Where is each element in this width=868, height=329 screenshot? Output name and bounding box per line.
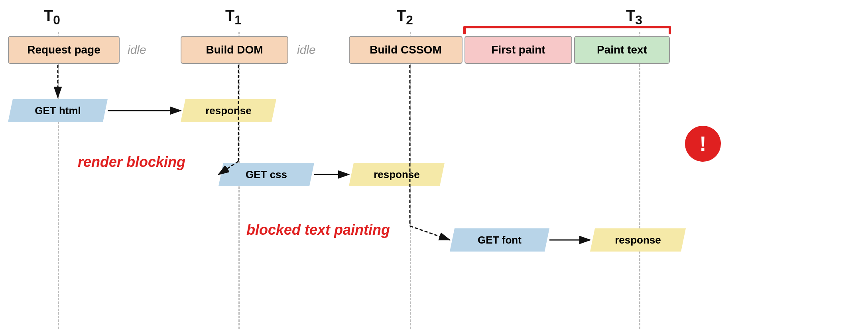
vline-t3 bbox=[639, 32, 640, 329]
response-html-box: response bbox=[181, 99, 276, 122]
time-label-t1: T1 bbox=[225, 7, 242, 28]
get-html-box: GET html bbox=[8, 99, 108, 122]
render-blocking-label: render blocking bbox=[78, 154, 185, 170]
blocked-text-painting-label: blocked text painting bbox=[246, 222, 390, 238]
get-font-box: GET font bbox=[450, 228, 549, 252]
paint-text-box: Paint text bbox=[574, 36, 670, 64]
response-css-box: response bbox=[349, 163, 445, 186]
build-dom-box: Build DOM bbox=[181, 36, 288, 64]
time-label-t0: T0 bbox=[44, 7, 60, 28]
time-label-t2: T2 bbox=[397, 7, 413, 28]
request-page-box: Request page bbox=[8, 36, 120, 64]
time-label-t3: T3 bbox=[626, 7, 642, 28]
idle-label-1: idle bbox=[128, 43, 146, 57]
idle-label-2: idle bbox=[297, 43, 316, 57]
svg-line-8 bbox=[410, 226, 450, 240]
vline-t0 bbox=[58, 32, 59, 329]
response-font-box: response bbox=[590, 228, 686, 252]
error-circle: ! bbox=[685, 126, 721, 162]
build-cssom-box: Build CSSOM bbox=[349, 36, 463, 64]
first-paint-box: First paint bbox=[465, 36, 572, 64]
get-css-box: GET css bbox=[218, 163, 314, 186]
diagram: T0 T1 T2 T3 Request page Build DOM Build… bbox=[0, 0, 868, 329]
